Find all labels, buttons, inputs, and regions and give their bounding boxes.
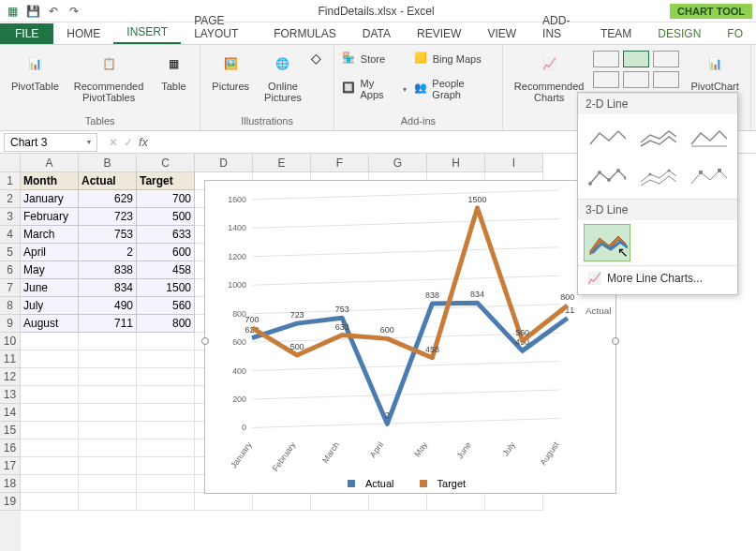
- pictures-button[interactable]: 🖼️ Pictures: [206, 47, 255, 94]
- bar-chart-button[interactable]: [593, 71, 619, 88]
- cell[interactable]: March: [21, 226, 79, 244]
- tab-file[interactable]: FILE: [0, 23, 53, 44]
- cell[interactable]: June: [21, 279, 79, 297]
- row-header[interactable]: 8: [0, 297, 21, 315]
- cell[interactable]: 753: [79, 226, 137, 244]
- column-header[interactable]: A: [21, 154, 79, 172]
- line-2d-option-5[interactable]: [634, 157, 681, 195]
- cell[interactable]: [79, 368, 137, 386]
- recommended-pivottables-button[interactable]: 📋 Recommended PivotTables: [68, 47, 150, 105]
- row-header[interactable]: 10: [0, 333, 21, 350]
- cell[interactable]: [137, 493, 195, 511]
- line-2d-option-2[interactable]: [634, 118, 681, 156]
- cell[interactable]: [137, 386, 195, 404]
- more-line-charts-item[interactable]: 📈 More Line Charts...: [578, 265, 737, 290]
- cell[interactable]: February: [21, 208, 79, 226]
- tab-format[interactable]: FO: [714, 23, 756, 44]
- row-header[interactable]: 12: [0, 368, 21, 386]
- tab-design[interactable]: DESIGN: [645, 23, 714, 44]
- cell[interactable]: [21, 439, 79, 457]
- cell[interactable]: 500: [137, 208, 195, 226]
- cell[interactable]: April: [21, 244, 79, 261]
- cell[interactable]: [21, 350, 79, 368]
- cell[interactable]: [137, 404, 195, 422]
- cell[interactable]: [79, 493, 137, 511]
- cell[interactable]: 2: [79, 244, 137, 261]
- row-header[interactable]: 17: [0, 457, 21, 475]
- embedded-chart[interactable]: 0200400600800100012001400160062972375328…: [204, 180, 616, 494]
- table-button[interactable]: ▦ Table: [153, 47, 194, 94]
- cell[interactable]: Actual: [79, 172, 137, 190]
- tab-review[interactable]: REVIEW: [404, 23, 474, 44]
- people-graph-button[interactable]: 👥People Graph: [412, 77, 497, 101]
- pie-chart-button[interactable]: [653, 51, 679, 67]
- bing-maps-button[interactable]: 🟨Bing Maps: [412, 51, 497, 67]
- store-button[interactable]: 🏪Store: [340, 51, 408, 67]
- tab-formulas[interactable]: FORMULAS: [260, 23, 349, 44]
- select-all-corner[interactable]: [0, 154, 21, 172]
- cell[interactable]: [137, 475, 195, 493]
- row-header[interactable]: 2: [0, 190, 21, 208]
- cell[interactable]: [21, 475, 79, 493]
- cell[interactable]: May: [21, 261, 79, 279]
- line-2d-option-6[interactable]: [685, 157, 732, 195]
- column-header[interactable]: C: [137, 154, 195, 172]
- row-header[interactable]: 11: [0, 350, 21, 368]
- tab-data[interactable]: DATA: [349, 23, 404, 44]
- row-header[interactable]: 6: [0, 261, 21, 279]
- cell[interactable]: [485, 493, 543, 511]
- row-header[interactable]: 14: [0, 404, 21, 422]
- cell[interactable]: Target: [137, 172, 195, 190]
- cell[interactable]: [79, 439, 137, 457]
- line-3d-option-1[interactable]: ↖: [584, 224, 630, 261]
- line-2d-option-4[interactable]: [584, 157, 630, 195]
- row-header[interactable]: 3: [0, 208, 21, 226]
- cell[interactable]: [21, 368, 79, 386]
- row-header[interactable]: 13: [0, 386, 21, 404]
- undo-icon[interactable]: ↶: [45, 3, 62, 20]
- cell[interactable]: January: [21, 190, 79, 208]
- cell[interactable]: [369, 493, 427, 511]
- cell[interactable]: July: [21, 297, 79, 315]
- cell[interactable]: [137, 422, 195, 439]
- name-box[interactable]: Chart 3 ▾: [4, 133, 97, 152]
- cell[interactable]: [311, 493, 369, 511]
- cell[interactable]: 800: [137, 315, 195, 333]
- cell[interactable]: [137, 439, 195, 457]
- cell[interactable]: [137, 333, 195, 350]
- shapes-icon[interactable]: ◇: [311, 51, 328, 66]
- line-chart-button[interactable]: [623, 51, 649, 67]
- cell[interactable]: 458: [137, 261, 195, 279]
- cell[interactable]: [79, 386, 137, 404]
- cell[interactable]: [79, 475, 137, 493]
- cell[interactable]: 600: [137, 244, 195, 261]
- my-apps-button[interactable]: 🔲My Apps▾: [340, 77, 408, 101]
- cell[interactable]: 723: [79, 208, 137, 226]
- tab-team[interactable]: TEAM: [587, 23, 645, 44]
- tab-home[interactable]: HOME: [53, 23, 113, 44]
- column-header[interactable]: G: [369, 154, 427, 172]
- row-header[interactable]: 5: [0, 244, 21, 261]
- cell[interactable]: 711: [79, 315, 137, 333]
- tab-view[interactable]: VIEW: [474, 23, 529, 44]
- tab-page-layout[interactable]: PAGE LAYOUT: [181, 10, 260, 44]
- row-header[interactable]: 4: [0, 226, 21, 244]
- cell[interactable]: [137, 350, 195, 368]
- cell[interactable]: [79, 350, 137, 368]
- cell[interactable]: [21, 333, 79, 350]
- enter-icon[interactable]: ✓: [124, 136, 133, 149]
- online-pictures-button[interactable]: 🌐 Online Pictures: [259, 47, 307, 105]
- column-header[interactable]: D: [195, 154, 253, 172]
- cell[interactable]: [21, 404, 79, 422]
- column-header[interactable]: F: [311, 154, 369, 172]
- cell[interactable]: [21, 422, 79, 439]
- cell[interactable]: [21, 386, 79, 404]
- save-icon[interactable]: 💾: [24, 3, 41, 20]
- column-header[interactable]: E: [253, 154, 311, 172]
- cancel-icon[interactable]: ✕: [109, 136, 118, 149]
- name-box-dropdown-icon[interactable]: ▾: [87, 138, 91, 146]
- tab-insert[interactable]: INSERT: [113, 22, 181, 44]
- cell[interactable]: 1500: [137, 279, 195, 297]
- pivottable-button[interactable]: 📊 PivotTable: [6, 47, 65, 94]
- row-header[interactable]: 18: [0, 475, 21, 493]
